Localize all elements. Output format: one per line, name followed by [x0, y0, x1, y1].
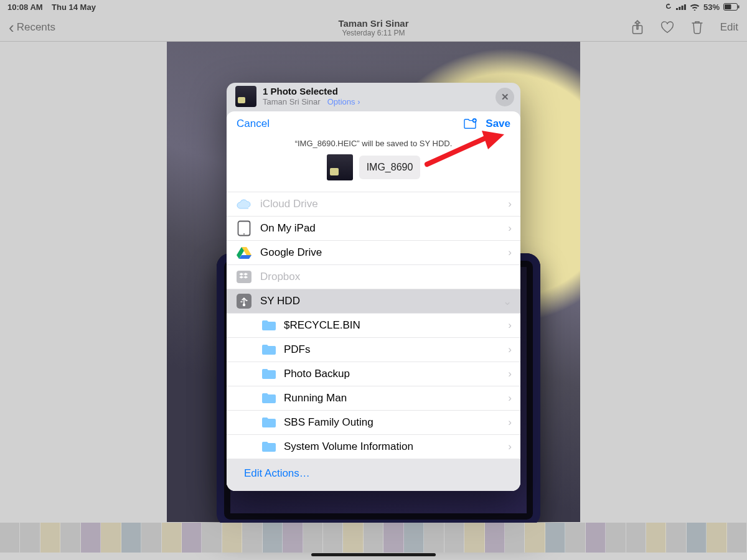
share-options-button[interactable]: Options › [327, 97, 360, 106]
cell-signal-icon [676, 4, 686, 10]
photo-filmstrip[interactable] [0, 523, 747, 553]
location-icloud-drive[interactable]: iCloud Drive › [227, 192, 520, 216]
chevron-right-icon: › [508, 319, 512, 332]
location-sy-hdd[interactable]: SY HDD ⌄ [227, 289, 520, 313]
chevron-right-icon: › [508, 222, 512, 235]
folder-row[interactable]: Photo Backup › [227, 362, 520, 386]
trash-icon[interactable] [690, 21, 704, 34]
share-sheet-header: 1 Photo Selected Taman Sri Sinar Options… [227, 83, 520, 113]
location-on-my-ipad[interactable]: On My iPad › [227, 216, 520, 240]
chevron-right-icon: › [508, 246, 512, 259]
thumbnail[interactable] [545, 523, 565, 553]
folder-row[interactable]: Running Man › [227, 386, 520, 410]
location-dropbox[interactable]: Dropbox [227, 264, 520, 289]
close-button[interactable]: ✕ [496, 88, 514, 106]
status-left: 10:08 AM Thu 14 May [7, 2, 96, 12]
share-subtitle-text: Taman Sri Sinar [263, 97, 320, 106]
location-google-drive[interactable]: Google Drive › [227, 240, 520, 264]
thumbnail[interactable] [464, 523, 484, 553]
save-button[interactable]: Save [486, 118, 510, 130]
thumbnail[interactable] [505, 523, 525, 553]
thumbnail[interactable] [182, 523, 202, 553]
save-toolbar: Cancel Save [227, 111, 520, 136]
usb-drive-icon [235, 292, 253, 310]
share-icon[interactable] [631, 21, 644, 34]
folder-icon [260, 390, 278, 407]
thumbnail[interactable] [383, 523, 403, 553]
file-thumb-icon [327, 154, 353, 180]
save-file-row: IMG_8690 [227, 154, 520, 192]
folder-label: Photo Backup [284, 368, 508, 380]
thumbnail[interactable] [101, 523, 121, 553]
svg-rect-14 [237, 271, 251, 283]
thumbnail[interactable] [121, 523, 141, 553]
edit-actions-button[interactable]: Edit Actions… [227, 459, 520, 491]
edit-button[interactable]: Edit [720, 21, 738, 34]
new-folder-button[interactable] [463, 118, 477, 129]
thumbnail[interactable] [707, 523, 726, 553]
thumbnail[interactable] [606, 523, 626, 553]
thumbnail[interactable] [323, 523, 343, 553]
folder-label: Running Man [284, 392, 508, 404]
favorite-heart-icon[interactable] [660, 21, 674, 34]
thumbnail[interactable] [222, 523, 242, 553]
thumbnail[interactable] [303, 523, 323, 553]
navbar-actions: Edit [631, 21, 738, 34]
svg-rect-3 [684, 4, 686, 10]
thumbnail[interactable] [626, 523, 646, 553]
chevron-left-icon: ‹ [9, 24, 14, 32]
filename-field[interactable]: IMG_8690 [359, 156, 421, 179]
back-button[interactable]: ‹ Recents [9, 21, 55, 34]
thumbnail[interactable] [60, 523, 80, 553]
thumbnail[interactable] [343, 523, 363, 553]
share-options-label: Options [327, 97, 355, 106]
thumbnail[interactable] [263, 523, 283, 553]
thumbnail[interactable] [586, 523, 606, 553]
thumbnail[interactable] [565, 523, 585, 553]
thumbnail[interactable] [0, 523, 20, 553]
svg-rect-0 [676, 8, 678, 10]
folder-row[interactable]: System Volume Information › [227, 434, 520, 459]
chevron-right-icon: › [508, 416, 512, 429]
thumbnail[interactable] [81, 523, 101, 553]
share-save-sheet: 1 Photo Selected Taman Sri Sinar Options… [227, 83, 520, 491]
cancel-button[interactable]: Cancel [237, 118, 270, 130]
thumbnail[interactable] [444, 523, 464, 553]
thumbnail[interactable] [141, 523, 161, 553]
thumbnail[interactable] [202, 523, 222, 553]
thumbnail[interactable] [646, 523, 666, 553]
home-indicator [311, 553, 436, 556]
svg-rect-1 [679, 7, 680, 10]
icloud-icon [235, 195, 253, 213]
orientation-lock-icon [665, 3, 672, 11]
folder-icon [260, 341, 278, 358]
folder-icon [260, 317, 278, 334]
thumbnail[interactable] [364, 523, 383, 553]
location-label: Dropbox [260, 271, 512, 283]
chevron-right-icon: › [508, 368, 512, 380]
thumbnail[interactable] [424, 523, 444, 553]
battery-icon [723, 3, 740, 11]
thumbnail[interactable] [404, 523, 424, 553]
save-to-files-panel: Cancel Save “IMG_8690.HEIC” will be save… [227, 111, 520, 491]
folder-row[interactable]: $RECYCLE.BIN › [227, 313, 520, 337]
chevron-right-icon: › [508, 343, 512, 356]
thumbnail[interactable] [666, 523, 686, 553]
thumbnail[interactable] [283, 523, 303, 553]
thumbnail[interactable] [687, 523, 707, 553]
thumbnail[interactable] [162, 523, 182, 553]
thumbnail[interactable] [20, 523, 40, 553]
thumbnail[interactable] [40, 523, 60, 553]
folder-icon [260, 414, 278, 431]
chevron-down-icon: ⌄ [503, 295, 512, 308]
close-icon: ✕ [501, 91, 509, 103]
location-label: On My iPad [260, 222, 508, 235]
thumbnail[interactable] [485, 523, 505, 553]
folder-label: SBS Family Outing [284, 416, 508, 429]
thumbnail[interactable] [242, 523, 262, 553]
thumbnail[interactable] [727, 523, 747, 553]
thumbnail[interactable] [525, 523, 545, 553]
folder-row[interactable]: PDFs › [227, 337, 520, 362]
google-drive-icon [235, 244, 253, 261]
folder-row[interactable]: SBS Family Outing › [227, 410, 520, 434]
